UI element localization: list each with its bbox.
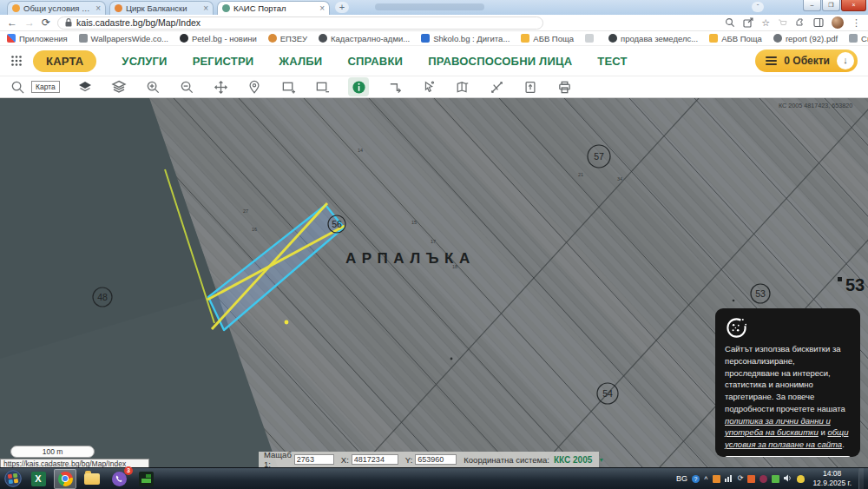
nav-item-test[interactable]: ТЕСТ [597, 55, 627, 68]
x-coordinate-input[interactable] [352, 454, 398, 465]
parcel-number[interactable]: 57 [594, 151, 604, 162]
map-area[interactable]: 57 53 54 48 56 27 16 15 17 18 21 34 14 А… [0, 98, 868, 467]
chevron-down-icon[interactable]: ˇ [752, 2, 764, 12]
parcel-number[interactable]: 54 [602, 388, 613, 399]
cart-icon[interactable] [778, 18, 787, 28]
tab-close-icon[interactable]: × [319, 4, 325, 12]
url-field[interactable]: kais.cadastre.bg/bg/Map/Index [57, 17, 543, 30]
zoom-icon[interactable] [725, 17, 735, 28]
side-panel-icon[interactable] [813, 17, 824, 28]
window-maximize-button[interactable]: ❐ [822, 0, 840, 11]
pan-tool-icon[interactable] [213, 79, 228, 95]
crs-dropdown-icon[interactable]: ▼ [598, 457, 604, 463]
browser-menu-icon[interactable]: ⋮ [852, 17, 861, 29]
previous-extent-tool-icon[interactable] [387, 79, 403, 95]
bookmark-item[interactable]: АБВ Поща [709, 34, 762, 43]
info-tool-icon[interactable] [348, 77, 369, 96]
back-icon[interactable]: ← [7, 17, 17, 28]
browser-tab-active[interactable]: КАИС Портал × [217, 1, 330, 15]
export-tool-icon[interactable] [523, 79, 538, 95]
select-cursor-tool-icon[interactable] [421, 79, 437, 95]
y-coordinate-input[interactable] [415, 454, 457, 465]
location-pin-tool-icon[interactable] [247, 79, 262, 95]
site-navigation: КАРТА УСЛУГИ РЕГИСТРИ ЖАЛБИ СПРАВКИ ПРАВ… [0, 46, 868, 76]
bookmark-apps[interactable]: Приложения [7, 34, 68, 43]
profile-avatar[interactable] [832, 17, 844, 29]
help-tray-icon[interactable]: ? [692, 475, 700, 483]
search-tool-icon[interactable] [10, 79, 25, 95]
language-indicator[interactable]: BG [676, 474, 687, 483]
select-rect-add-tool-icon[interactable] [280, 79, 296, 95]
nav-item-uslugi[interactable]: УСЛУГИ [122, 55, 167, 68]
taskbar-clock[interactable]: 14:08 12.9.2025 г. [812, 469, 852, 487]
taskbar-chrome-active[interactable] [54, 469, 76, 489]
window-minimize-button[interactable]: – [803, 0, 821, 11]
print-tool-icon[interactable] [556, 79, 572, 95]
volume-tray-icon[interactable] [784, 474, 792, 484]
apps-dots-icon[interactable] [10, 55, 23, 67]
system-tray: BG ? ˄ ⟳ 14:08 12.9.2025 г. [676, 468, 866, 489]
tray-icon-red[interactable] [760, 475, 767, 483]
taskbar-explorer[interactable] [81, 469, 103, 489]
nav-item-zhalbi[interactable]: ЖАЛБИ [279, 55, 322, 68]
browser-tab-1[interactable]: Общи условия - онлайн билети × [7, 1, 106, 15]
tray-icon-flame[interactable] [747, 475, 755, 483]
basemap-tool-icon[interactable] [77, 79, 93, 95]
parcel-number[interactable]: 48 [97, 292, 108, 302]
parcel-number[interactable]: 56 [332, 219, 342, 229]
crs-value[interactable]: ККС 2005 [554, 455, 592, 465]
bookmark-item[interactable]: Кадастрално-адми... [319, 34, 410, 43]
expand-down-icon[interactable]: ↓ [837, 52, 854, 69]
nav-menu: КАРТА УСЛУГИ РЕГИСТРИ ЖАЛБИ СПРАВКИ ПРАВ… [33, 50, 628, 72]
bookmark-item[interactable]: Справка за заявен... [849, 34, 868, 43]
tab-close-icon[interactable]: × [203, 4, 208, 12]
shield-tray-icon[interactable] [797, 475, 805, 483]
tray-expand-icon[interactable]: ˄ [704, 475, 708, 482]
objects-button[interactable]: 0 Обекти ↓ [755, 50, 858, 72]
start-button[interactable] [3, 469, 23, 488]
bookmark-item[interactable]: продава земеделс... [608, 34, 698, 43]
bookmark-item[interactable]: АБВ Поща [521, 34, 574, 43]
nav-item-karta[interactable]: КАРТА [33, 50, 96, 72]
refresh-icon[interactable]: ⟳ [42, 17, 50, 28]
privacy-policy-link[interactable]: политика за лични данни и употреба на би… [725, 416, 831, 438]
map-status-bar: Мащаб 1: X: Y: Координатна система: ККС … [259, 452, 599, 467]
chart-tray-icon[interactable] [772, 475, 779, 483]
coordinates-tool-icon[interactable] [489, 79, 504, 95]
network-tray-icon[interactable] [725, 474, 733, 484]
bookmark-item[interactable]: Shkolo.bg : Дигита... [421, 34, 510, 43]
nav-item-spravki[interactable]: СПРАВКИ [347, 55, 403, 68]
show-desktop-button[interactable] [858, 468, 864, 489]
window-close-button[interactable]: × [841, 0, 866, 11]
cookie-accept-button[interactable]: Прочетох и се съгласявам [725, 456, 851, 457]
sync-tray-icon[interactable]: ⟳ [738, 475, 744, 482]
scale-input[interactable] [294, 454, 334, 465]
bookmark-item[interactable]: report (92).pdf [773, 34, 838, 43]
browser-tab-2[interactable]: Цирк Балкански × [109, 1, 214, 15]
bookmark-star-icon[interactable]: ☆ [761, 17, 770, 29]
bookmark-item[interactable]: WallpapersWide.co... [79, 34, 168, 43]
layers-tool-icon[interactable] [111, 79, 127, 95]
tray-icon-orange[interactable] [713, 475, 720, 483]
bookmark-item[interactable] [585, 34, 597, 43]
cookie-consent-dialog: Сайтът използва бисквитки за персонализи… [715, 308, 860, 457]
bookmark-item[interactable]: ЕПЗЕУ [268, 34, 307, 43]
map-dot [450, 358, 453, 360]
parcel-number[interactable]: 53 [755, 288, 766, 299]
tab-close-icon[interactable]: × [95, 4, 101, 12]
zoom-out-tool-icon[interactable] [179, 79, 194, 95]
forward-icon[interactable]: → [24, 17, 35, 28]
taskbar-app[interactable] [135, 469, 157, 489]
zoom-in-tool-icon[interactable] [145, 79, 161, 95]
extensions-puzzle-icon[interactable] [795, 17, 806, 28]
globe-icon [608, 34, 617, 43]
nav-item-registri[interactable]: РЕГИСТРИ [193, 55, 254, 68]
new-tab-button[interactable]: + [335, 2, 349, 13]
taskbar-excel[interactable]: X [27, 469, 49, 489]
map-sheets-tool-icon[interactable] [455, 79, 470, 95]
taskbar-viber[interactable]: 3 [108, 469, 130, 489]
nav-item-pravosposobni[interactable]: ПРАВОСПОСОБНИ ЛИЦА [428, 55, 572, 68]
bookmark-item[interactable]: Petel.bg - новини [180, 34, 257, 43]
select-rect-remove-tool-icon[interactable] [314, 79, 330, 95]
share-icon[interactable] [743, 17, 753, 28]
